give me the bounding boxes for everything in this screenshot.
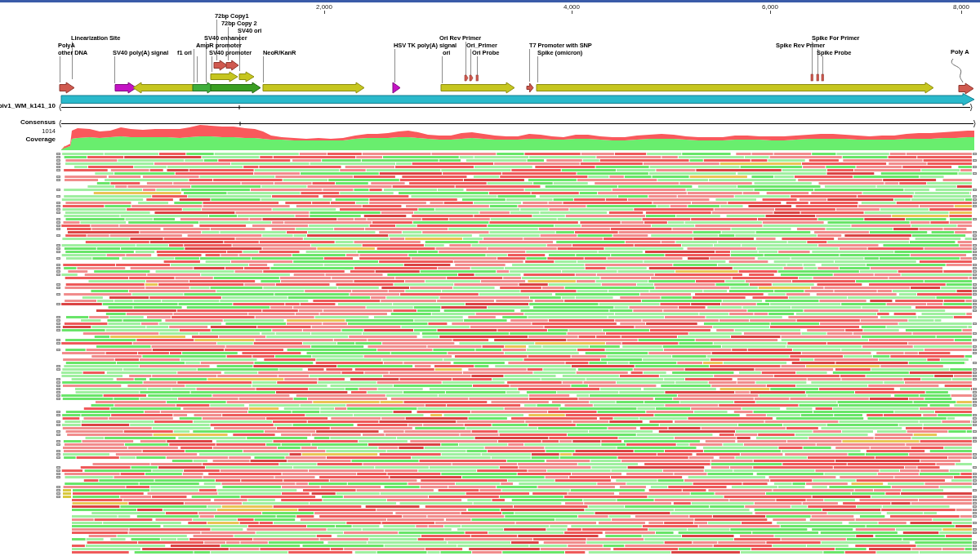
feature-arrow-ori[interactable] <box>441 82 514 93</box>
reference-sequence-line-start-paren <box>60 104 61 111</box>
primer-mark-ori-rev-primer-mark[interactable] <box>465 75 468 81</box>
feature-arrow-f1-ori[interactable] <box>133 82 197 93</box>
feature-arrow-spike-omicron[interactable] <box>537 82 933 93</box>
reference-sequence-line-end-paren <box>971 104 973 111</box>
annotation-and-coverage-layer <box>0 0 980 163</box>
feature-arrow-neor-kanr[interactable] <box>263 82 364 93</box>
primer-mark-spike-rev-primer-mark[interactable] <box>811 74 813 81</box>
feature-arrow-sv40-promoter[interactable] <box>211 82 261 93</box>
alignment-viewer-window: Pbiv1_WM_k141_10 Consensus 1014 Coverage… <box>0 0 980 556</box>
consensus-line-start-paren <box>60 120 61 127</box>
feature-arrow-72bp-copy2[interactable] <box>226 60 238 70</box>
poly-a-connector-curve <box>951 59 963 82</box>
primer-mark-spike-probe-mark[interactable] <box>822 74 824 81</box>
primer-mark-ori-probe-mark[interactable] <box>476 75 479 81</box>
sequence-track-bar[interactable] <box>61 94 974 106</box>
primer-mark-ori-primer-mark[interactable] <box>470 75 473 81</box>
feature-arrow-72bp-copy1[interactable] <box>214 60 227 70</box>
feature-arrow-hsv-tk-polya[interactable] <box>393 82 400 93</box>
feature-arrow-sv40-enhancer-b[interactable] <box>239 72 254 82</box>
feature-arrow-other-dna[interactable] <box>60 82 74 93</box>
primer-mark-spike-for-primer-mark[interactable] <box>817 74 819 81</box>
feature-arrow-poly-a[interactable] <box>959 83 973 94</box>
consensus-line-end-paren <box>974 120 976 127</box>
feature-arrow-t7-promoter-snp[interactable] <box>527 83 533 92</box>
feature-arrow-sv40-enhancer-a[interactable] <box>211 72 238 82</box>
